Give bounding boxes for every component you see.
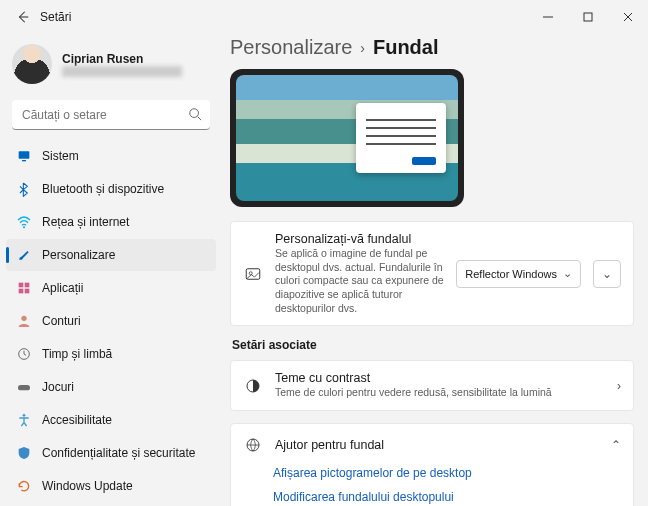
chevron-right-icon: › [360,40,365,56]
main-content: Personalizare › Fundal Personalizați-vă … [222,34,648,506]
gamepad-icon [16,379,32,395]
personalize-title: Personalizați-vă fundalul [275,232,444,246]
sidebar-item-label: Jocuri [42,380,74,394]
sidebar-item-gamepad[interactable]: Jocuri [6,371,216,403]
sidebar-item-label: Confidențialitate și securitate [42,446,195,460]
svg-rect-5 [19,283,24,288]
background-type-dropdown[interactable]: Reflector Windows ⌄ [456,260,581,288]
sidebar-item-bluetooth[interactable]: Bluetooth și dispozitive [6,173,216,205]
card-expand-button[interactable]: ⌄ [593,260,621,288]
maximize-button[interactable] [568,2,608,32]
sidebar-item-clock-globe[interactable]: Timp și limbă [6,338,216,370]
svg-point-1 [190,109,199,118]
svg-rect-0 [584,13,592,21]
page-title: Fundal [373,36,439,59]
sidebar-item-wifi[interactable]: Rețea și internet [6,206,216,238]
personalize-subtitle: Se aplică o imagine de fundal pe desktop… [275,247,444,315]
update-icon [16,478,32,494]
sidebar-item-apps[interactable]: Aplicații [6,272,216,304]
sidebar-item-label: Timp și limbă [42,347,112,361]
related-settings-label: Setări asociate [232,338,634,352]
sidebar-item-system[interactable]: Sistem [6,140,216,172]
help-links: Afișarea pictogramelor de pe desktopModi… [273,466,621,506]
globe-icon [243,436,263,454]
contrast-icon [243,377,263,395]
breadcrumb: Personalizare › Fundal [230,36,634,59]
wifi-icon [16,214,32,230]
maximize-icon [583,12,593,22]
sidebar-item-label: Rețea și internet [42,215,129,229]
shield-icon [16,445,32,461]
close-icon [623,12,633,22]
svg-point-4 [23,226,25,228]
accessibility-icon [16,412,32,428]
svg-rect-7 [19,289,24,294]
window-controls [528,2,648,32]
contrast-title: Teme cu contrast [275,371,605,385]
svg-rect-6 [25,283,30,288]
arrow-left-icon [16,10,30,24]
close-button[interactable] [608,2,648,32]
window-title: Setări [40,10,71,24]
help-header[interactable]: Ajutor pentru fundal ⌃ [243,436,621,454]
dropdown-value: Reflector Windows [465,268,557,280]
svg-rect-2 [19,151,30,158]
background-preview [230,69,464,207]
svg-point-14 [249,271,252,274]
sidebar-item-label: Windows Update [42,479,133,493]
minimize-button[interactable] [528,2,568,32]
user-block[interactable]: Ciprian Rusen [4,40,218,94]
chevron-up-icon: ⌃ [611,438,621,452]
sidebar-item-label: Aplicații [42,281,83,295]
nav-list: Sistem Bluetooth și dispozitive Rețea și… [4,140,218,502]
apps-icon [16,280,32,296]
sidebar: Ciprian Rusen Sistem Bluetooth și dispoz… [0,34,222,506]
user-email [62,66,182,77]
search-input[interactable] [12,100,210,130]
help-expander: Ajutor pentru fundal ⌃ Afișarea pictogra… [230,423,634,506]
clock-globe-icon [16,346,32,362]
search-icon [188,107,202,124]
help-title: Ajutor pentru fundal [275,438,384,452]
sidebar-item-label: Personalizare [42,248,115,262]
help-link[interactable]: Modificarea fundalului desktopului [273,490,621,504]
sidebar-item-label: Conturi [42,314,81,328]
svg-rect-11 [18,385,30,390]
back-button[interactable] [10,4,36,30]
svg-point-12 [23,414,26,417]
breadcrumb-parent[interactable]: Personalizare [230,36,352,59]
bluetooth-icon [16,181,32,197]
preview-image [236,75,458,201]
sidebar-item-update[interactable]: Windows Update [6,470,216,502]
user-name: Ciprian Rusen [62,52,182,66]
titlebar: Setări [0,0,648,34]
preview-mock-window [356,103,446,173]
chevron-right-icon: › [617,379,621,393]
avatar [12,44,52,84]
picture-icon [243,265,263,283]
sidebar-item-label: Sistem [42,149,79,163]
contrast-themes-card[interactable]: Teme cu contrast Teme de culori pentru v… [230,360,634,411]
user-icon [16,313,32,329]
sidebar-item-brush[interactable]: Personalizare [6,239,216,271]
svg-point-9 [21,316,26,321]
chevron-down-icon: ⌄ [563,267,572,280]
svg-rect-3 [22,160,26,161]
help-link[interactable]: Afișarea pictogramelor de pe desktop [273,466,621,480]
contrast-subtitle: Teme de culori pentru vedere redusă, sen… [275,386,605,400]
chevron-down-icon: ⌄ [602,267,612,281]
system-icon [16,148,32,164]
sidebar-item-accessibility[interactable]: Accesibilitate [6,404,216,436]
personalize-background-card: Personalizați-vă fundalul Se aplică o im… [230,221,634,326]
sidebar-item-shield[interactable]: Confidențialitate și securitate [6,437,216,469]
search-field[interactable] [12,100,210,130]
sidebar-item-label: Accesibilitate [42,413,112,427]
sidebar-item-user[interactable]: Conturi [6,305,216,337]
brush-icon [16,247,32,263]
sidebar-item-label: Bluetooth și dispozitive [42,182,164,196]
minimize-icon [543,12,553,22]
svg-rect-8 [25,289,30,294]
